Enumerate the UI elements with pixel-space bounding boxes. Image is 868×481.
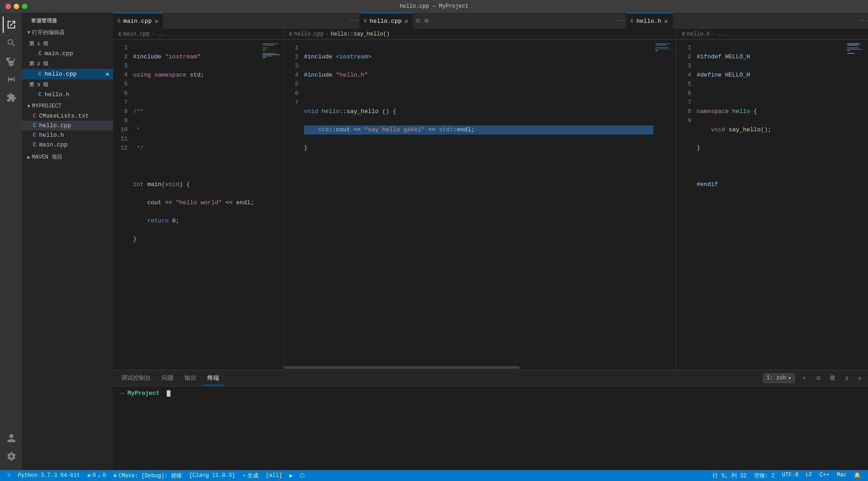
cpp-project-icon: C [33, 122, 36, 129]
tab-problems[interactable]: 问题 [157, 371, 178, 385]
tab-hello-h[interactable]: C hello.h ✕ [626, 13, 673, 29]
editor-content-1[interactable]: 12345 678910 1112 #include "iostream" us… [113, 40, 283, 370]
debug-run-icon: ⬡ [300, 472, 304, 479]
breadcrumb-dots-1: ... [156, 31, 166, 37]
traffic-light-red[interactable] [5, 4, 11, 9]
cpp-file-icon-2: C [38, 71, 42, 78]
tab-hello-cpp[interactable]: C hello.cpp ✕ [360, 13, 413, 29]
status-eol[interactable]: LF [802, 472, 816, 478]
settings-activity-icon[interactable] [3, 448, 19, 465]
line-numbers-1: 12345 678910 1112 [113, 40, 131, 370]
status-line-col[interactable]: 行 5, 列 32 [709, 472, 750, 480]
tab-label-hello-h: hello.h [637, 18, 662, 25]
breadcrumb-1: C main.cpp › ... [113, 29, 283, 40]
scrollbar-horizontal-2[interactable] [284, 365, 676, 370]
c-project-icon: C [33, 132, 36, 139]
open-editors-section[interactable]: ▼ 打开的编辑器 [22, 27, 113, 38]
tab-close-main[interactable]: ✕ [154, 17, 158, 25]
tab-more-2[interactable]: ··· [611, 13, 625, 29]
source-control-activity-icon[interactable] [3, 53, 19, 69]
scrollbar-thumb-2[interactable] [284, 366, 519, 369]
breadcrumb-dots-3: ... [717, 31, 727, 37]
sidebar-item-hello-h-g3[interactable]: C hello.h [22, 90, 113, 99]
close-panel-button[interactable]: ✕ [855, 373, 864, 383]
language-label: C++ [820, 472, 830, 478]
run-icon: ▶ [289, 472, 293, 479]
tab-close-hello-h[interactable]: ✕ [664, 17, 668, 25]
file-label: main.cpp [45, 50, 73, 57]
close-icon-hello[interactable]: ✕ [106, 70, 109, 78]
status-platform[interactable]: Mac [833, 472, 850, 478]
editor-split: C main.cpp › ... 12345 678910 1112 #incl… [113, 29, 868, 370]
maven-arrow: ▶ [27, 155, 30, 160]
status-run[interactable]: ▶ [286, 470, 296, 481]
tab-output[interactable]: 输出 [180, 371, 201, 385]
build-label: 生成 [247, 472, 258, 480]
minimap-3 [845, 40, 868, 370]
editor-content-3[interactable]: 12345 6789 #ifndef HELLO_H #define HELLO… [677, 40, 868, 370]
pane2-split-btn[interactable]: ⊡ [413, 13, 422, 29]
eol-label: LF [806, 472, 812, 478]
code-area-2[interactable]: #include <iostream> #include "hello.h" v… [302, 40, 653, 365]
run-activity-icon[interactable] [3, 71, 19, 88]
main-cpp-project-label: main.cpp [39, 141, 67, 148]
maven-section[interactable]: ▶ MAVEN 项目 [22, 151, 113, 163]
cmake-icon: ⚙ [113, 472, 117, 479]
status-encoding[interactable]: UTF-8 [778, 472, 802, 478]
account-activity-icon[interactable] [3, 430, 19, 446]
title-bar: hello.cpp — MyProject [0, 0, 868, 13]
tab-close-hello[interactable]: ✕ [405, 17, 408, 25]
traffic-light-yellow[interactable] [14, 4, 19, 9]
status-all[interactable]: [all] [262, 470, 286, 481]
panel-area: 调试控制台 问题 输出 终端 1: zsh ▾ ＋ ⊡ 🗑 ∧ ✕ [113, 370, 868, 470]
tab-terminal[interactable]: 终端 [203, 371, 224, 385]
encoding-label: UTF-8 [782, 472, 798, 478]
panel-content[interactable]: → MyProject [113, 386, 868, 470]
tab-more-3[interactable]: ··· [854, 13, 868, 29]
editor-pane-1: C main.cpp › ... 12345 678910 1112 #incl… [113, 29, 284, 370]
python-label: Python 3.7.3 64-bit [18, 472, 80, 479]
cmake-file-label: CMakeLists.txt [39, 113, 89, 119]
status-build[interactable]: ⚡ 生成 [239, 470, 262, 481]
terminal-shell-dropdown[interactable]: 1: zsh ▾ [763, 373, 794, 383]
status-errors[interactable]: ⊗ 0 ⚠ 0 [84, 470, 110, 481]
status-python[interactable]: Python 3.7.3 64-bit [14, 470, 84, 481]
status-notifications[interactable]: 🔔 [850, 472, 864, 479]
extensions-activity-icon[interactable] [3, 89, 19, 106]
status-spaces[interactable]: 空格: 2 [750, 472, 779, 480]
maximize-panel-button[interactable]: ∧ [842, 373, 851, 383]
code-area-1[interactable]: #include "iostream" using namespace std;… [131, 40, 261, 370]
editor-area: C main.cpp ✕ ··· C hello.cpp ✕ ⊡ ⊞ ··· C… [113, 13, 868, 470]
tab-label-main: main.cpp [123, 18, 152, 25]
editor-content-2[interactable]: 12345 67 #include <iostream> #include "h… [284, 40, 676, 365]
explorer-activity-icon[interactable] [3, 16, 19, 33]
pane2-split-btn2[interactable]: ⊞ [422, 13, 430, 29]
search-activity-icon[interactable] [3, 35, 19, 51]
file-label-hello: hello.cpp [45, 71, 77, 78]
status-branch[interactable]: ⑂ [4, 470, 14, 481]
trash-terminal-button[interactable]: 🗑 [827, 373, 838, 383]
open-editors-label: 打开的编辑器 [32, 29, 65, 36]
status-cmake[interactable]: ⚙ CMake: [Debug]: 就绪 [110, 470, 185, 481]
sidebar-item-hello-cpp-g2[interactable]: C hello.cpp ✕ [22, 69, 113, 79]
breadcrumb-cpp-icon-1: C [118, 31, 122, 37]
tab-main-cpp[interactable]: C main.cpp ✕ [113, 13, 163, 29]
hello-h-project-item[interactable]: C hello.h [22, 130, 113, 140]
cmake-item[interactable]: C CMakeLists.txt [22, 111, 113, 121]
add-terminal-button[interactable]: ＋ [798, 373, 810, 383]
maven-label: MAVEN 项目 [32, 153, 62, 161]
status-language[interactable]: C++ [816, 472, 833, 478]
project-section[interactable]: ▼ MYPROJECT [22, 101, 113, 111]
hello-cpp-project-item[interactable]: C hello.cpp [22, 121, 113, 130]
prompt-arrow-icon: → [120, 390, 124, 397]
traffic-lights [5, 4, 27, 9]
code-area-3[interactable]: #ifndef HELLO_H #define HELLO_H namespac… [695, 40, 845, 370]
status-debug-run[interactable]: ⬡ [296, 470, 308, 481]
split-terminal-button[interactable]: ⊡ [814, 373, 823, 383]
traffic-light-green[interactable] [22, 4, 27, 9]
sidebar-item-main-cpp-g1[interactable]: C main.cpp [22, 49, 113, 58]
status-clang[interactable]: [Clang 11.0.3] [185, 470, 239, 481]
tab-more-1[interactable]: ··· [345, 13, 359, 29]
tab-debug-console[interactable]: 调试控制台 [117, 371, 155, 385]
main-cpp-project-item[interactable]: C main.cpp [22, 140, 113, 150]
